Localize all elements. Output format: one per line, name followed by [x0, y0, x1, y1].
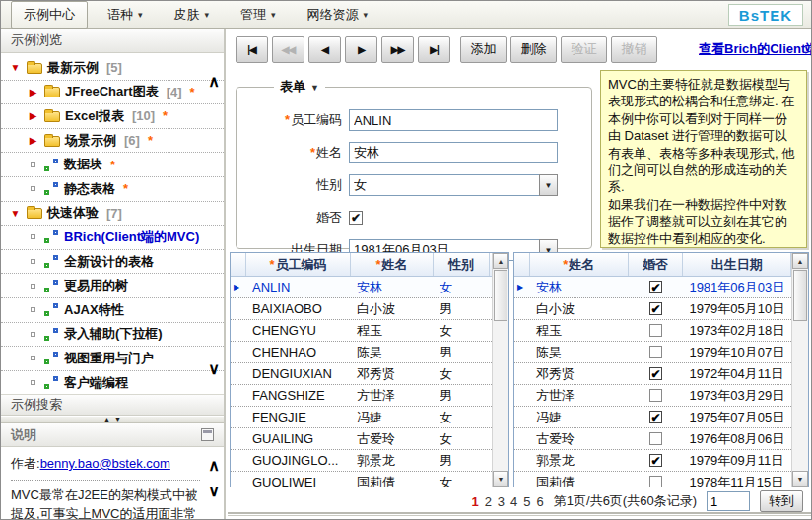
table-row[interactable]: GUOJINGLO...郭景龙男	[231, 450, 492, 472]
tree-item[interactable]: 视图重用与门户	[1, 347, 224, 371]
menu-item-web-resources[interactable]: 网络资源▾	[296, 1, 380, 29]
table-row[interactable]: GUOLIWEI国莉倩女	[231, 472, 492, 487]
gender-dropdown-arrow-icon[interactable]: ▼	[539, 174, 558, 196]
tree-item[interactable]: 静态表格*	[1, 177, 224, 202]
table-row[interactable]: 国莉倩1978年11月15日	[514, 472, 791, 487]
go-to-page-button[interactable]: 转到	[760, 490, 803, 512]
tree-item[interactable]: ▶Excel报表[10]*	[1, 104, 224, 129]
page-number-3[interactable]: 3	[498, 494, 505, 509]
married-cell-checkbox[interactable]: ✔	[649, 302, 662, 315]
married-cell-checkbox[interactable]: ✔	[649, 281, 662, 293]
app-window: 示例中心语种▾皮肤▾管理▾网络资源▾ BsTEK 示例浏览 ▼最新示例[5]▶J…	[0, 0, 812, 520]
sample-browse-header[interactable]: 示例浏览	[1, 29, 224, 53]
page-number-input[interactable]	[707, 491, 750, 511]
delete-button[interactable]: 删除	[510, 36, 557, 63]
scroll-down-button[interactable]: ▼	[792, 471, 808, 487]
scroll-thumb[interactable]	[494, 270, 508, 321]
table-row[interactable]: GUAILING古爱玲女	[231, 428, 492, 450]
menu-item-language[interactable]: 语种▾	[96, 1, 155, 29]
table-row[interactable]: ▶安林✔1981年06月03日	[514, 277, 791, 298]
scroll-up-button[interactable]: ▲	[792, 253, 808, 269]
tree-item[interactable]: 全新设计的表格	[1, 250, 224, 275]
sample-search-header[interactable]: 示例搜索	[1, 394, 224, 416]
scroll-down-button[interactable]: ▼	[493, 471, 508, 487]
column-header[interactable]: 出生日期	[683, 253, 791, 276]
view-structure-link[interactable]: 查看Brich的Client端对象结构图	[699, 40, 812, 58]
table-row[interactable]: 陈昊1979年10月07日	[514, 342, 791, 363]
tree-item[interactable]: ▼快速体验[7]	[1, 202, 224, 227]
first-record-button[interactable]: |◀	[236, 36, 268, 63]
married-cell-checkbox[interactable]: ✔	[649, 454, 662, 467]
collapse-arrow-icon[interactable]: ▼	[9, 208, 22, 219]
add-button[interactable]: 添加	[460, 36, 507, 63]
table-row[interactable]: 郭景龙✔1979年09月11日	[514, 450, 791, 472]
expand-arrow-icon[interactable]: ▶	[27, 110, 39, 121]
author-email-link[interactable]: benny.bao@bstek.com	[40, 456, 170, 471]
expand-arrow-icon[interactable]: ▶	[27, 87, 39, 98]
page-number-4[interactable]: 4	[510, 494, 517, 509]
married-cell-checkbox[interactable]	[649, 476, 662, 487]
tree-scroll-down-icon[interactable]: ∨	[208, 362, 220, 376]
table-row[interactable]: ▶ANLIN安林女	[231, 277, 492, 298]
tree-item[interactable]: 更易用的树	[1, 274, 224, 298]
menu-item-skin[interactable]: 皮肤▾	[163, 1, 222, 29]
note-scroll-up-icon[interactable]: ∧	[208, 459, 220, 473]
tree-item[interactable]: 数据块*	[1, 153, 224, 177]
page-number-5[interactable]: 5	[523, 494, 530, 509]
column-header[interactable]: 婚否	[629, 253, 684, 276]
scroll-thumb[interactable]	[793, 270, 807, 321]
tree-item[interactable]: 录入辅助(下拉框)	[1, 323, 224, 348]
table-row[interactable]: 邓秀贤✔1972年04月11日	[514, 363, 791, 385]
table-row[interactable]: DENGIUXIAN邓秀贤女	[231, 363, 492, 385]
last-record-button[interactable]: ▶|	[418, 36, 450, 63]
next-record-button[interactable]: ▶	[345, 36, 377, 63]
table-row[interactable]: 古爱玲1976年08月06日	[514, 428, 791, 450]
column-header[interactable]: *员工编码	[246, 253, 351, 276]
column-header[interactable]: *姓名	[530, 253, 629, 276]
menu-item-admin[interactable]: 管理▾	[229, 1, 288, 29]
tree-scroll-up-icon[interactable]: ∧	[208, 75, 220, 89]
tree-item[interactable]: ▶场景示例[6]*	[1, 129, 224, 154]
column-header[interactable]: *姓名	[351, 253, 434, 276]
collapse-arrow-icon[interactable]: ▼	[9, 62, 22, 73]
table-row[interactable]: 程玉1973年02月18日	[514, 320, 791, 342]
scroll-up-button[interactable]: ▲	[493, 253, 508, 269]
vertical-scrollbar[interactable]: ▲▼	[791, 253, 808, 487]
table-row[interactable]: 方世泽1973年03月29日	[514, 385, 791, 407]
table-row[interactable]: BAIXIAOBO白小波男	[231, 298, 492, 320]
married-cell-checkbox[interactable]	[649, 389, 662, 402]
next-page-record-button[interactable]: ▶▶	[381, 36, 414, 63]
table-row[interactable]: 冯婕✔1975年07月05日	[514, 407, 791, 428]
table-row[interactable]: 白小波✔1979年05月10日	[514, 298, 791, 320]
note-header[interactable]: 说明	[1, 423, 224, 447]
married-cell-checkbox[interactable]	[649, 432, 662, 445]
name-input[interactable]	[349, 142, 558, 163]
married-cell-checkbox[interactable]	[649, 346, 662, 358]
expand-arrow-icon[interactable]: ▶	[27, 135, 39, 146]
table-row[interactable]: FANGSHIZE方世泽男	[231, 385, 492, 407]
table-row[interactable]: FENGJIE冯婕女	[231, 407, 492, 428]
married-cell-checkbox[interactable]: ✔	[649, 411, 662, 423]
married-cell-checkbox[interactable]	[649, 324, 662, 337]
vertical-scrollbar[interactable]: ▲▼	[492, 253, 508, 487]
employee-code-input[interactable]	[349, 109, 558, 131]
tree-item[interactable]: 客户端编程	[1, 371, 224, 394]
table-row[interactable]: CHENGYU程玉女	[231, 320, 492, 342]
table-row[interactable]: CHENHAO陈昊男	[231, 342, 492, 363]
sidebar-splitter[interactable]: ▲ ▼	[1, 416, 224, 423]
form-collapse-icon[interactable]: ▼	[310, 83, 319, 93]
menu-item-sample-center[interactable]: 示例中心	[11, 1, 88, 29]
tree-item[interactable]: BRich(Client端的MVC)	[1, 226, 224, 250]
married-cell-checkbox[interactable]: ✔	[649, 367, 662, 380]
gender-input[interactable]	[349, 174, 539, 196]
note-scroll-down-icon[interactable]: ∨	[208, 485, 220, 498]
prev-record-button[interactable]: ◀	[308, 36, 341, 63]
tree-item[interactable]: ▶JFreeChart图表[4]*	[1, 81, 224, 105]
tree-item[interactable]: ▼最新示例[5]	[1, 56, 224, 81]
page-number-6[interactable]: 6	[537, 494, 544, 509]
married-checkbox[interactable]: ✔	[349, 211, 363, 225]
restore-panel-button[interactable]	[201, 428, 214, 441]
tree-item[interactable]: AJAX特性	[1, 298, 224, 323]
column-header[interactable]: 性别	[434, 253, 490, 276]
page-number-2[interactable]: 2	[485, 494, 492, 509]
